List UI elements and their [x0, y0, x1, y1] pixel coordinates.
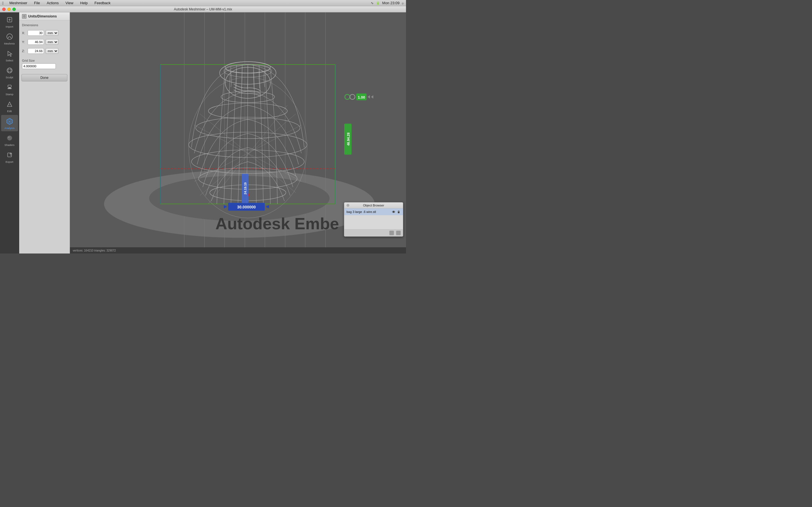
sidebar-item-export[interactable]: Export: [1, 149, 18, 165]
svg-point-25: [149, 176, 329, 221]
sidebar-item-analysis[interactable]: Analysis: [1, 115, 18, 131]
select-label: Select: [6, 59, 13, 62]
svg-point-18: [7, 135, 12, 140]
sidebar-item-shaders[interactable]: Shaders: [1, 132, 18, 148]
ob-item-name: bag 3 large .6 wire.stl: [347, 210, 376, 214]
svg-point-19: [8, 136, 10, 138]
maximize-button[interactable]: [12, 8, 16, 11]
menu-bar:  Meshmixer File Actions View Help Feedb…: [0, 0, 406, 6]
object-browser-item[interactable]: bag 3 large .6 wire.stl: [344, 209, 403, 215]
export-icon: [5, 151, 14, 159]
svg-text:1.00: 1.00: [358, 95, 365, 100]
shaders-icon: [5, 133, 14, 143]
ob-lock-icon[interactable]: [397, 210, 401, 214]
stamp-icon: [5, 83, 14, 92]
svg-point-71: [393, 211, 395, 213]
svg-rect-9: [8, 88, 11, 89]
done-button[interactable]: Done: [21, 74, 67, 81]
units-panel-body: Dimensions X: mm cm in Y: mm cm: [19, 20, 70, 72]
ob-empty-area: [344, 215, 403, 229]
sidebar-item-edit[interactable]: Edit: [1, 98, 18, 114]
status-bar: vertices: 164210 triangles: 329072: [70, 247, 406, 253]
export-label: Export: [6, 160, 13, 163]
right-items: ∿ 🔋 Mon 23:09 ⌕: [371, 1, 404, 5]
meshmix-icon: [5, 32, 14, 41]
svg-marker-16: [9, 121, 10, 122]
menu-actions[interactable]: Actions: [46, 1, 60, 5]
svg-point-5: [8, 68, 11, 73]
sidebar-item-meshmix[interactable]: Meshmix: [1, 31, 18, 47]
status-text: vertices: 164210 triangles: 329072: [73, 249, 116, 252]
ob-close-button[interactable]: [347, 204, 349, 207]
object-browser: Object Browser bag 3 large .6 wire.stl: [344, 202, 403, 237]
sculpt-icon: [5, 66, 14, 75]
svg-line-12: [10, 102, 12, 107]
main-content: Import Meshmix Select: [0, 12, 406, 253]
x-dimension-indicator: 30.000000: [224, 203, 269, 211]
ob-visibility-icon[interactable]: [392, 210, 396, 214]
edit-icon: [5, 100, 14, 109]
z-input[interactable]: [28, 48, 44, 54]
stamp-label: Stamp: [6, 93, 13, 96]
minimize-button[interactable]: [7, 8, 11, 11]
app-window: Autodesk Meshmixer – UM-MM-v1.mix Import: [0, 6, 406, 253]
svg-marker-10: [7, 102, 12, 107]
search-icon[interactable]: ⌕: [402, 1, 404, 5]
ob-title: Object Browser: [363, 204, 384, 207]
svg-text:24.19.19: 24.19.19: [244, 182, 247, 194]
menu-view[interactable]: View: [64, 1, 74, 5]
svg-point-64: [345, 94, 350, 100]
x-label: X:: [22, 31, 26, 35]
grid-size-input[interactable]: [22, 63, 56, 69]
sidebar-item-stamp[interactable]: Stamp: [1, 81, 18, 98]
traffic-lights: [2, 8, 16, 11]
edit-label: Edit: [7, 110, 11, 113]
ob-actions: [392, 210, 401, 214]
import-icon: [5, 15, 14, 24]
sculpt-label: Sculpt: [6, 76, 13, 79]
svg-rect-73: [398, 212, 400, 213]
svg-rect-8: [8, 87, 11, 88]
sidebar-item-import[interactable]: Import: [1, 13, 18, 30]
units-panel: Units/Dimensions Dimensions X: mm cm in …: [19, 12, 70, 253]
x-input[interactable]: [28, 30, 44, 36]
battery-icon: 🔋: [376, 1, 380, 5]
meshmix-label: Meshmix: [4, 42, 15, 45]
menu-feedback[interactable]: Feedback: [93, 1, 112, 5]
clock: Mon 23:09: [382, 1, 400, 5]
svg-text:Autodesk Embe: Autodesk Embe: [215, 214, 339, 233]
wifi-icon: ∿: [371, 1, 373, 5]
svg-point-65: [350, 94, 355, 100]
svg-line-11: [7, 102, 10, 107]
svg-marker-69: [371, 95, 373, 99]
scale-control: 1.00: [345, 94, 373, 100]
object-browser-header: Object Browser: [344, 203, 403, 209]
y-dimension-indicator: 46.94.28: [344, 124, 352, 155]
viewport[interactable]: 30.000000 46.94.28 24.19.19: [70, 12, 406, 253]
z-label: Z:: [22, 49, 26, 53]
sidebar-item-sculpt[interactable]: Sculpt: [1, 64, 18, 80]
ob-footer: [344, 229, 403, 236]
svg-marker-68: [368, 95, 370, 99]
apple-logo: : [2, 1, 4, 5]
z-dimension-row: Z: mm cm in: [22, 48, 67, 54]
close-button[interactable]: [2, 8, 6, 11]
x-unit-select[interactable]: mm cm in: [46, 30, 58, 36]
sidebar-item-select[interactable]: Select: [1, 47, 18, 64]
ob-duplicate-icon[interactable]: [389, 231, 394, 235]
svg-rect-7: [8, 85, 11, 87]
analysis-label: Analysis: [4, 126, 14, 129]
y-unit-select[interactable]: mm cm in: [46, 39, 58, 45]
panel-icon: [22, 14, 27, 18]
left-sidebar: Import Meshmix Select: [0, 12, 19, 253]
menu-meshmixer[interactable]: Meshmixer: [8, 1, 29, 5]
svg-point-40: [196, 117, 300, 138]
select-icon: [5, 49, 14, 58]
menu-file[interactable]: File: [33, 1, 41, 5]
svg-text:30.000000: 30.000000: [237, 205, 256, 209]
ob-delete-icon[interactable]: [396, 231, 401, 235]
y-input[interactable]: [28, 39, 44, 45]
z-unit-select[interactable]: mm cm in: [46, 48, 58, 54]
menu-help[interactable]: Help: [79, 1, 89, 5]
grid-size-label: Grid Size: [22, 59, 67, 62]
